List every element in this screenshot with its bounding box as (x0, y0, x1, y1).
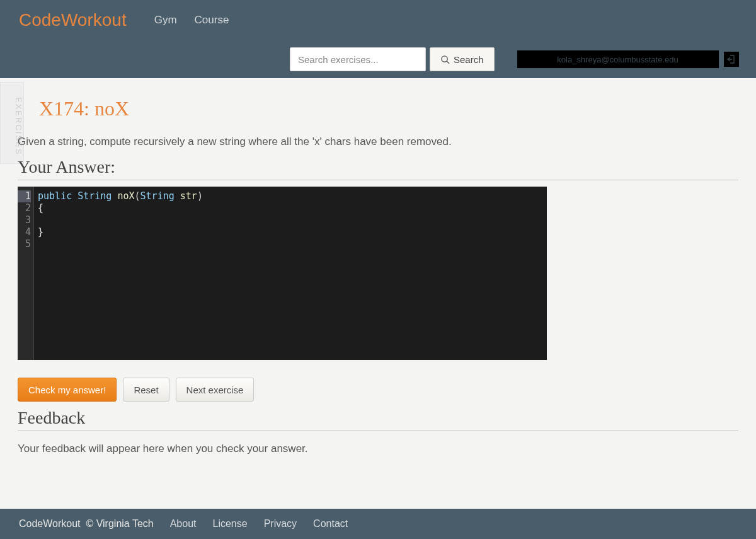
feedback-header: Feedback (18, 408, 738, 431)
search-button-label: Search (454, 54, 484, 65)
next-exercise-button[interactable]: Next exercise (176, 378, 255, 402)
search-icon (440, 55, 450, 64)
line-number: 1 (18, 190, 31, 202)
code-token: noX (117, 190, 134, 202)
answer-header: Your Answer: (18, 157, 738, 180)
user-email-masked: kola_shreya@columbusstate.edu (517, 50, 719, 68)
nav-gym[interactable]: Gym (154, 14, 177, 26)
code-editor[interactable]: 1 2 3 4 5 public String noX(String str) … (18, 187, 547, 360)
search-bar: Search kola_shreya@columbusstate.edu (0, 40, 756, 78)
feedback-text: Your feedback will appear here when you … (18, 443, 738, 455)
exercise-title: X174: noX (39, 97, 738, 120)
reset-button[interactable]: Reset (123, 378, 169, 402)
footer-brand: CodeWorkout © Virginia Tech (19, 518, 154, 530)
logout-icon[interactable] (724, 52, 739, 67)
search-button[interactable]: Search (430, 47, 495, 71)
footer: CodeWorkout © Virginia Tech About Licens… (0, 509, 756, 539)
code-token: { (38, 202, 43, 214)
exercise-description: Given a string, compute recursively a ne… (18, 136, 738, 148)
footer-privacy[interactable]: Privacy (264, 518, 297, 530)
main-content: X174: noX Given a string, compute recurs… (0, 78, 756, 455)
line-number: 5 (25, 238, 31, 250)
footer-about[interactable]: About (170, 518, 197, 530)
code-token: ( (135, 190, 140, 202)
line-number: 3 (25, 214, 31, 226)
svg-line-1 (447, 61, 449, 64)
editor-gutter: 1 2 3 4 5 (18, 187, 34, 360)
footer-license[interactable]: License (213, 518, 248, 530)
code-token: public (38, 190, 72, 202)
code-token: ) (197, 190, 203, 202)
search-input[interactable] (290, 47, 426, 71)
svg-point-0 (442, 55, 447, 61)
line-number: 2 (25, 202, 31, 214)
line-number: 4 (25, 226, 31, 238)
nav-course[interactable]: Course (195, 14, 229, 26)
brand-logo[interactable]: CodeWorkout (19, 10, 127, 30)
code-token: String (77, 190, 112, 202)
footer-contact[interactable]: Contact (313, 518, 348, 530)
code-token: str (180, 190, 197, 202)
top-navbar: CodeWorkout Gym Course (0, 0, 756, 40)
code-token: String (140, 190, 175, 202)
code-token: } (38, 226, 43, 238)
check-answer-button[interactable]: Check my answer! (18, 378, 117, 402)
code-area[interactable]: public String noX(String str) { } (34, 187, 207, 360)
user-area: kola_shreya@columbusstate.edu (517, 50, 739, 68)
button-row: Check my answer! Reset Next exercise (18, 378, 738, 402)
